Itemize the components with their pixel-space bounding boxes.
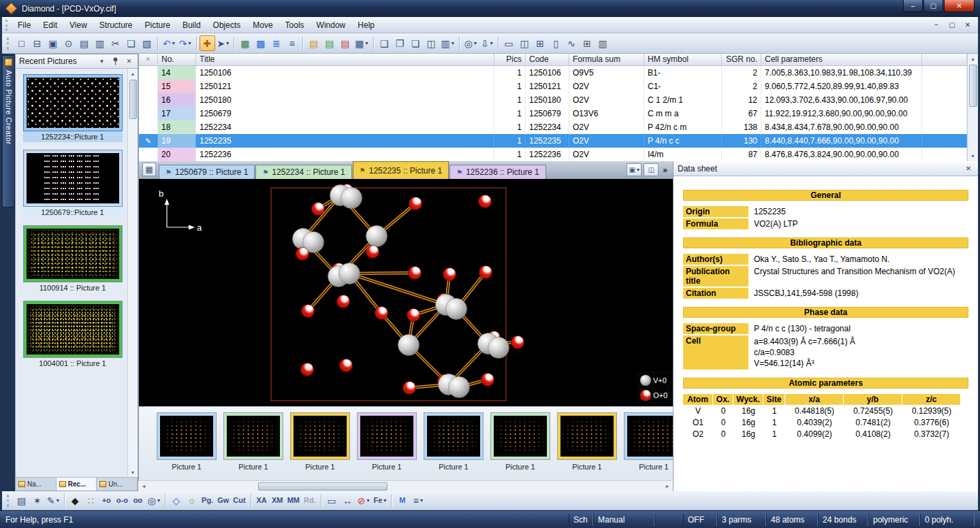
column-header-no[interactable]: No. <box>158 54 196 65</box>
recent-picture-item-2[interactable]: 1250679::Picture 1 <box>23 150 123 218</box>
panel-tab-Un[interactable]: Un... <box>97 478 138 491</box>
o-atom[interactable] <box>409 267 422 280</box>
add-atom-button[interactable]: +o <box>99 493 114 508</box>
cut-cell-button[interactable]: Cut <box>231 493 247 508</box>
menu-window[interactable]: Window <box>311 18 352 33</box>
scroll-down-icon[interactable]: ▼ <box>131 467 136 477</box>
menu-objects[interactable]: Objects <box>207 18 247 33</box>
picture-tab-1252234[interactable]: ⚑1252234 :: Picture 1 <box>255 165 351 179</box>
column-header-title[interactable]: Title <box>196 54 494 65</box>
table-row-15[interactable]: 15125012111250121O2VC1-29.060,5.772,4.52… <box>139 80 967 93</box>
export-picture-button[interactable]: ⇩▾ <box>479 35 495 51</box>
picture-tab-1252236[interactable]: ⚑1252236 :: Picture 1 <box>449 165 546 179</box>
table-row-14[interactable]: 14125010611250106O9V5B1-27.005,8.363,10.… <box>139 66 967 80</box>
o-atom[interactable] <box>409 197 422 210</box>
text-pane-button[interactable]: ≡ <box>284 35 300 51</box>
mdi-restore-button[interactable]: ▢ <box>945 20 959 31</box>
panel-pin-button[interactable] <box>110 56 121 67</box>
recent-picture-item-3[interactable]: 1100914 :: Picture 1 <box>23 225 123 293</box>
diagram-view-button[interactable]: ∿ <box>564 35 580 51</box>
copy-button[interactable]: ❏ <box>123 35 139 51</box>
mdi-minimize-button[interactable]: − <box>930 20 943 31</box>
atoms-x-button[interactable]: XA <box>254 493 270 508</box>
menu-view[interactable]: View <box>63 18 93 33</box>
filmstrip-item-6[interactable]: Picture 1 <box>490 412 550 480</box>
duplicate-picture-button[interactable]: ❒ <box>392 35 408 51</box>
v-atom[interactable] <box>341 188 362 209</box>
o-atom[interactable] <box>479 195 492 208</box>
redo-button[interactable]: ↷▾ <box>177 35 193 51</box>
close-table-icon[interactable]: ✕ <box>146 56 151 63</box>
print-button[interactable]: ▤ <box>76 35 92 51</box>
cut-button[interactable]: ✂ <box>108 35 123 51</box>
layout-single-button[interactable]: ▭ <box>501 35 517 51</box>
table-row-19[interactable]: ✎19125223511252235O2VP 4/n c c1308.440,8… <box>139 134 967 148</box>
more-tabs-button[interactable]: » <box>661 165 669 175</box>
v-atom[interactable] <box>366 226 388 247</box>
scroll-down-icon[interactable]: ▼ <box>968 151 978 161</box>
paste-button[interactable]: ▧ <box>139 35 155 51</box>
filmstrip-item-7[interactable]: Picture 1 <box>557 412 617 480</box>
open-document-button[interactable]: ⊟ <box>29 35 45 51</box>
data-window-button[interactable]: ▣▾ <box>627 163 642 176</box>
picture-tab-1250679[interactable]: ⚑1250679 :: Picture 1 <box>159 165 255 179</box>
scrollbar-thumb[interactable] <box>129 80 137 119</box>
picture-tab-1252235[interactable]: ⚑1252235 :: Picture 1 <box>353 161 449 179</box>
column-header-formula[interactable]: Formula sum <box>569 54 644 65</box>
reduce-button[interactable]: Rd. <box>302 493 318 508</box>
panel-close-button[interactable]: ✕ <box>124 56 134 67</box>
table-scrollbar[interactable]: ▲ ▼ <box>967 54 978 161</box>
print-preview-button[interactable]: ▥ <box>92 35 108 51</box>
powder-pattern-button[interactable]: ▥ <box>595 35 611 51</box>
o-atom[interactable] <box>375 307 388 320</box>
close-button[interactable]: ✕ <box>944 0 975 12</box>
maximize-button[interactable]: ▢ <box>923 0 943 12</box>
layout-split-button[interactable]: ◫ <box>517 35 533 51</box>
column-header-hm[interactable]: HM symbol <box>644 54 722 65</box>
grow-button[interactable]: Gw <box>215 493 231 508</box>
o-atom[interactable] <box>443 268 456 281</box>
diffraction-table-button[interactable]: ▤ <box>337 35 353 51</box>
o-atom[interactable] <box>296 248 309 261</box>
o-atom[interactable] <box>366 246 379 259</box>
table-row-20[interactable]: 20125223611252236O2VI4/m878.476,8.476,3.… <box>139 148 967 161</box>
filmstrip-item-3[interactable]: Picture 1 <box>290 412 350 480</box>
o-atom[interactable] <box>340 359 353 372</box>
table-row-18[interactable]: 18125223411252234O2VP 42/n c m1388.434,8… <box>139 120 967 134</box>
recent-picture-item-4[interactable]: 1004001 :: Picture 1 <box>23 301 123 369</box>
render-options-button[interactable]: ◎▾ <box>462 35 479 51</box>
find-button[interactable]: ⊙ <box>61 35 76 51</box>
rings-button[interactable]: ○ <box>184 493 200 508</box>
table-row-17[interactable]: 17125067911250679O13V6C m m a6711.922,19… <box>139 107 967 120</box>
scroll-left-icon[interactable]: ◄ <box>138 481 149 491</box>
undo-button[interactable]: ↶▾ <box>161 35 177 51</box>
menu-build[interactable]: Build <box>176 18 207 33</box>
menu-edit[interactable]: Edit <box>37 18 63 33</box>
column-header-code[interactable]: Code <box>526 54 569 65</box>
data-sheet-close-button[interactable]: ✕ <box>963 163 974 174</box>
recent-pictures-scrollbar[interactable]: ▲ ▼ <box>127 69 138 477</box>
v-atom[interactable] <box>488 337 509 359</box>
measure-button[interactable]: M <box>394 493 410 508</box>
more-tools-button[interactable]: ≡▾ <box>410 493 426 508</box>
edit-structure-button[interactable]: ✎▾ <box>45 493 61 508</box>
o-atom[interactable] <box>407 309 420 322</box>
filmstrip-item-1[interactable]: Picture 1 <box>157 412 217 480</box>
element-filter-button[interactable]: Fe▾ <box>371 493 388 508</box>
column-header-cell[interactable]: Cell parameters <box>761 54 922 65</box>
menu-move[interactable]: Move <box>247 18 279 33</box>
polyhedra-button[interactable]: ◇ <box>168 493 184 508</box>
scroll-right-icon[interactable]: ► <box>662 481 673 491</box>
angles-table-button[interactable]: ▤ <box>321 35 337 51</box>
filmstrip-item-8[interactable]: Picture 1 <box>624 412 673 480</box>
table-row-16[interactable]: 16125018011250180O2VC 1 2/m 11212.093,3.… <box>139 93 967 107</box>
minimize-button[interactable]: – <box>903 0 923 12</box>
v-atom[interactable] <box>446 299 467 320</box>
filmstrip-item-4[interactable]: Picture 1 <box>357 412 417 480</box>
picture-tabs-menu-button[interactable]: ▦ <box>142 163 156 176</box>
data-sheet-pane-button[interactable]: ≣ <box>268 35 284 51</box>
structure-table-button[interactable]: ▦ <box>237 35 253 51</box>
new-picture-button[interactable]: ❑ <box>377 35 392 51</box>
filmstrip-item-2[interactable]: Picture 1 <box>223 412 283 480</box>
layout-quad-button[interactable]: ⊞ <box>533 35 548 51</box>
